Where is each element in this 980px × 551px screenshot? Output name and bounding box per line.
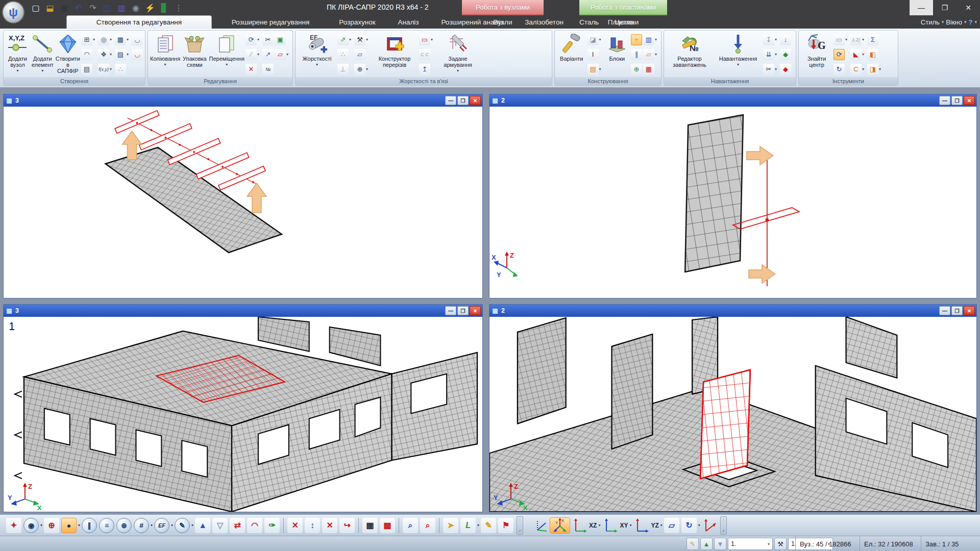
- sum-loads-icon[interactable]: Σ: [867, 34, 878, 45]
- view-xz-icon[interactable]: XZ: [570, 518, 598, 533]
- section-line[interactable]: [733, 156, 799, 286]
- loadcase-select[interactable]: 1.▾: [728, 538, 773, 550]
- meshed-plate[interactable]: [685, 115, 743, 272]
- sapfir-export-icon[interactable]: ◆: [780, 64, 791, 75]
- restore-selection-icon[interactable]: ↪: [339, 518, 355, 533]
- pile-anchor-icon[interactable]: ↥: [419, 64, 430, 75]
- free-rotation-icon[interactable]: [702, 518, 717, 533]
- child-close-button[interactable]: ✕: [964, 96, 975, 105]
- cut-icon[interactable]: ✂: [262, 34, 274, 45]
- filter-icon[interactable]: ▽: [212, 518, 228, 533]
- c1c2-icon[interactable]: С С: [419, 49, 430, 60]
- zoom-icon[interactable]: ⌕: [403, 518, 418, 533]
- loadcase-editor-icon[interactable]: ✎: [687, 538, 699, 550]
- pin-tool-icon[interactable]: ⚒: [354, 34, 365, 45]
- open-file-icon[interactable]: ⬓: [44, 2, 56, 14]
- select-frame-icon[interactable]: ▣: [275, 34, 286, 45]
- child-restore-button[interactable]: ❐: [951, 306, 963, 315]
- rotate-copy-icon[interactable]: ⟳: [246, 34, 257, 45]
- child-restore-button[interactable]: ❐: [457, 306, 469, 315]
- child-titlebar[interactable]: ▦ 2 — ❐ ✕: [489, 305, 976, 317]
- flag-icon[interactable]: ⚑: [498, 518, 513, 533]
- elastic-base-icon[interactable]: ∴: [337, 49, 349, 60]
- view-window-2-model[interactable]: ▦ 2 — ❐ ✕: [489, 304, 977, 512]
- chart-icon[interactable]: ▊: [158, 2, 170, 14]
- snapshot-icon[interactable]: ◉: [130, 2, 142, 14]
- fragment-icon[interactable]: ▱: [275, 49, 286, 60]
- scale-cursor-icon[interactable]: ▭: [834, 34, 845, 45]
- tower-scheme-icon[interactable]: ▤: [81, 64, 92, 75]
- viewport-slab-sections[interactable]: [4, 107, 482, 298]
- load-editor-button[interactable]: № Редактор завантажень: [666, 32, 713, 77]
- polygon-select-icon[interactable]: ▲: [195, 518, 210, 533]
- polyline-select-icon[interactable]: ✦: [6, 518, 21, 533]
- concrete-cube-icon[interactable]: ◪: [587, 34, 599, 45]
- pencil-icon[interactable]: ✎: [481, 518, 496, 533]
- section-frame-icon[interactable]: ▭: [419, 34, 430, 45]
- influence-arc-icon[interactable]: ◡: [132, 49, 143, 60]
- truss-scheme-icon[interactable]: ◠: [81, 49, 92, 60]
- child-close-button[interactable]: ✕: [470, 96, 481, 105]
- child-titlebar[interactable]: ▦ 3 — ❐ ✕: [4, 305, 482, 317]
- select-horizontal-icon[interactable]: ≡: [99, 518, 114, 533]
- tab-plates[interactable]: Пластини: [579, 15, 667, 29]
- book-icon[interactable]: ▥: [115, 2, 128, 14]
- child-minimize-button[interactable]: —: [939, 96, 950, 105]
- distributed-load-icon[interactable]: ⇊: [763, 49, 774, 60]
- find-center-button[interactable]: G Знайти центр: [801, 32, 832, 77]
- frame-scheme-icon[interactable]: ⊞: [81, 34, 92, 45]
- select-frame-nodes-icon[interactable]: ⊕: [44, 518, 59, 533]
- columns-icon[interactable]: ▥: [643, 34, 654, 45]
- minimize-button[interactable]: —: [910, 0, 933, 15]
- child-close-button[interactable]: ✕: [964, 306, 975, 315]
- child-minimize-button[interactable]: —: [445, 96, 456, 105]
- close-button[interactable]: ✕: [957, 0, 980, 15]
- rebar-button[interactable]: Задане армування▾: [436, 32, 480, 77]
- app-logo-icon[interactable]: ψ: [2, 1, 24, 23]
- toolbar-collapse[interactable]: ⋮✓: [517, 516, 523, 535]
- zoom-cancel-icon[interactable]: ⌕: [420, 518, 435, 533]
- quadrant-down-icon[interactable]: ◧: [867, 49, 878, 60]
- model-view-icon[interactable]: ◫: [101, 2, 113, 14]
- tab-calculation[interactable]: Розрахунок: [329, 15, 385, 29]
- toolbar-collapse[interactable]: ⋮✓: [720, 516, 727, 535]
- plate-stiffness-icon[interactable]: ▱: [354, 49, 365, 60]
- add-element-button[interactable]: Додати елемент▾: [31, 32, 55, 77]
- arch-select-icon[interactable]: ◠: [247, 518, 262, 533]
- hatch-plate-icon[interactable]: ▨: [115, 49, 126, 60]
- select-elements-icon[interactable]: ●: [61, 518, 77, 533]
- viewport-plate-axis[interactable]: Z X Y: [489, 107, 976, 298]
- view-yz-icon[interactable]: YZ: [632, 518, 659, 533]
- stiffness-button[interactable]: EF Жорсткості▾: [298, 32, 336, 77]
- rotate-view-icon[interactable]: ↻: [681, 518, 697, 533]
- window-menu[interactable]: Вікно: [946, 18, 962, 26]
- quick-calc-icon[interactable]: ⚡: [144, 2, 156, 14]
- redo-icon[interactable]: ↷: [87, 2, 99, 14]
- copy-button[interactable]: Копіювання▾: [150, 32, 180, 77]
- qat-more-icon[interactable]: ⋮: [173, 2, 185, 14]
- view-window-3-model[interactable]: ▦ 3 — ❐ ✕: [3, 304, 483, 512]
- dimetric-view-icon[interactable]: [533, 518, 549, 533]
- help-icon[interactable]: ?: [969, 18, 973, 26]
- blocks-button[interactable]: Блоки: [604, 32, 630, 77]
- view-xy-icon[interactable]: XY: [601, 518, 629, 533]
- next-loadcase-icon[interactable]: ▼: [714, 538, 726, 550]
- tab-nodes[interactable]: Вузли: [462, 15, 544, 29]
- add-node-button[interactable]: X,Y,Z Додати вузол▾: [6, 32, 30, 77]
- unselect-frame-icon[interactable]: ✕: [287, 518, 303, 533]
- resize-icon[interactable]: ↗: [262, 49, 274, 60]
- child-close-button[interactable]: ✕: [470, 306, 481, 315]
- select-vertical-icon[interactable]: ∥: [82, 518, 97, 533]
- style-menu[interactable]: Стиль: [921, 18, 940, 26]
- new-file-icon[interactable]: ▢: [30, 2, 42, 14]
- pack-scheme-button[interactable]: Упаковка схеми: [181, 32, 208, 77]
- create-in-sapfir-button[interactable]: Створити в САПФІР: [56, 32, 80, 77]
- viewport-building-wall[interactable]: Z Y X: [489, 317, 976, 512]
- measure-icon[interactable]: L: [460, 518, 476, 533]
- unselect-all-icon[interactable]: ✕: [322, 518, 337, 533]
- slab-panel-icon[interactable]: ▱: [643, 49, 654, 60]
- show-fragment-icon[interactable]: ▩: [380, 518, 395, 533]
- tab-analysis[interactable]: Аналіз: [388, 15, 429, 29]
- select-nodes-icon[interactable]: ◉: [23, 518, 39, 533]
- loads-button[interactable]: Навантаження▾: [714, 32, 762, 77]
